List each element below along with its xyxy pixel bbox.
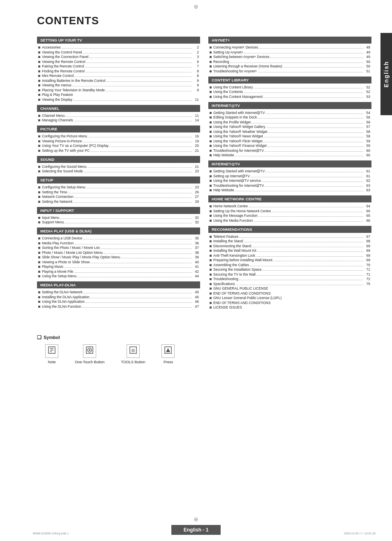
bullet-icon — [38, 99, 40, 101]
toc-entry-text: Mini Remote Control — [42, 74, 74, 78]
toc-row: Disconnecting the Stand69 — [208, 244, 371, 248]
toc-entry-text: Preparing before installing Wall-Mount — [213, 258, 272, 262]
toc-dots — [272, 212, 363, 212]
toc-dots — [90, 263, 192, 263]
toc-entry-text: Using the Yahoo® News Widget — [213, 134, 263, 138]
toc-entry-text: Using the DLNA Function — [42, 304, 81, 309]
toc-row: Installing Batteries in the Remote Contr… — [37, 79, 200, 83]
toc-row: LICENSE ISSUES — [208, 305, 371, 309]
toc-row: Using the Content Management53 — [208, 95, 371, 99]
section-header-sound: SOUND — [37, 156, 200, 163]
bullet-icon — [210, 116, 212, 118]
toc-entry-text: Using the Yahoo® Weather Widget — [213, 130, 267, 134]
bullet-icon — [210, 96, 212, 98]
toc-row: Securing the Installation Space71 — [208, 267, 371, 272]
toc-entry-text: Playing Music — [42, 265, 63, 269]
toc-entry-text: Setting Up the Home Network Centre — [213, 209, 271, 213]
footer: English - 1 — [0, 525, 392, 535]
toc-dots — [90, 298, 192, 298]
toc-page-number: 69 — [364, 248, 370, 253]
bullet-icon — [38, 46, 40, 49]
toc-row: Help Website60 — [208, 153, 371, 157]
toc-page-number: 9 — [193, 79, 199, 83]
bullet-icon — [210, 46, 212, 49]
toc-dots — [235, 156, 363, 156]
toc-row: GNU Lesser General Public License (LGPL) — [208, 296, 371, 300]
toc-dots — [83, 239, 192, 239]
toc-entry-text: Using the Yahoo® Widget Gallery — [213, 125, 265, 129]
toc-row: Setting the Network29 — [37, 200, 200, 204]
toc-row: Using the Content Library52 — [208, 85, 371, 89]
toc-dots — [72, 86, 192, 86]
toc-page-number: 16 — [193, 134, 199, 138]
bullet-icon — [210, 126, 212, 128]
toc-page-number: 20 — [193, 144, 199, 148]
bullet-icon — [38, 271, 40, 273]
bottom-corner-mark: ⊕ — [194, 516, 198, 522]
toc-dots — [74, 244, 192, 244]
toc-dots — [82, 307, 192, 308]
symbol-icon — [45, 344, 58, 358]
toc-dots — [267, 146, 363, 147]
bullet-icon — [210, 112, 212, 114]
toc-page-number: 9 — [193, 88, 199, 92]
toc-page-number: 68 — [364, 239, 370, 243]
toc-entry-text: Installing the DLNA Application — [42, 295, 90, 299]
toc-dots — [87, 167, 192, 168]
toc-row: Selecting the Sound Mode23 — [37, 169, 200, 173]
section-input-support: INPUT / SUPPORTInput Menu32Support Menu3… — [37, 207, 200, 225]
toc-row: Specifications75 — [208, 282, 371, 286]
toc-dots — [235, 191, 363, 191]
toc-row: Using Your TV as a Computer (PC) Display… — [37, 144, 200, 148]
toc-page-number: 62 — [364, 179, 370, 183]
bullet-icon — [38, 201, 40, 203]
bullet-icon — [210, 150, 212, 152]
bullet-icon — [38, 166, 40, 168]
bullet-icon — [38, 75, 40, 77]
toc-dots — [74, 197, 192, 198]
bullet-icon — [210, 86, 212, 88]
bullet-icon — [210, 135, 212, 137]
toc-row: Using the Internet@TV service62 — [208, 179, 371, 183]
toc-page-number: 38 — [193, 251, 199, 255]
section-header-content-library: CONTENT LIBRARY — [208, 77, 371, 84]
toc-row: Viewing the Connection Panel3 — [37, 55, 200, 59]
toc-entry-text: Setting Up Anynet+ — [213, 50, 243, 54]
toc-entry-text: Selecting the Sound Mode — [42, 169, 83, 173]
toc-row: Connecting Anynet+ Devices48 — [208, 45, 371, 49]
toc-page-number: 26 — [193, 190, 199, 194]
toc-row: Placing Your Television in Standby Mode9 — [37, 88, 200, 92]
section-header-internet-tv-1: INTERNET@TV — [208, 102, 371, 109]
toc-page-number: 69 — [364, 258, 370, 262]
toc-page-number: 59 — [364, 139, 370, 143]
symbol-item: ⚙TOOLS Button — [121, 344, 145, 364]
toc-dots — [88, 137, 192, 137]
toc-dots — [106, 81, 192, 82]
bullet-icon — [38, 135, 40, 137]
toc-page-number: 21 — [193, 149, 199, 153]
toc-entry-text: Input Menu — [42, 216, 60, 220]
toc-dots — [263, 98, 363, 98]
section-header-setting-up-your-tv: SETTING UP YOUR TV — [37, 37, 200, 44]
toc-row: Accessories2 — [37, 45, 200, 49]
section-header-recommendations: RECOMMENDATIONS — [208, 226, 371, 233]
toc-entry-text: Viewing the Display — [42, 98, 72, 102]
toc-entry-text: Viewing the Control Panel — [42, 50, 82, 54]
bullet-icon — [210, 175, 212, 177]
toc-entry-text: Help Website — [213, 153, 234, 157]
toc-row: Setting the Time26 — [37, 190, 200, 194]
symbol-item: Note — [45, 344, 58, 364]
toc-row: Playing a Movie File42 — [37, 269, 200, 274]
toc-page-number: 56 — [364, 115, 370, 119]
bullet-icon — [210, 51, 212, 53]
toc-page-number: 50 — [364, 60, 370, 64]
bullet-icon — [38, 70, 40, 72]
toc-row: Managing Channels14 — [37, 118, 200, 122]
toc-row: Configuring the Picture Menu16 — [37, 134, 200, 138]
bullet-icon — [38, 140, 40, 142]
symbol-item: Press — [161, 344, 175, 364]
bullet-icon — [38, 242, 40, 244]
toc-page-number: 71 — [364, 267, 370, 272]
toc-entry-text: Using Your TV as a Computer (PC) Display — [42, 144, 108, 148]
toc-row: Getting Started with Internet@TV54 — [208, 111, 371, 115]
